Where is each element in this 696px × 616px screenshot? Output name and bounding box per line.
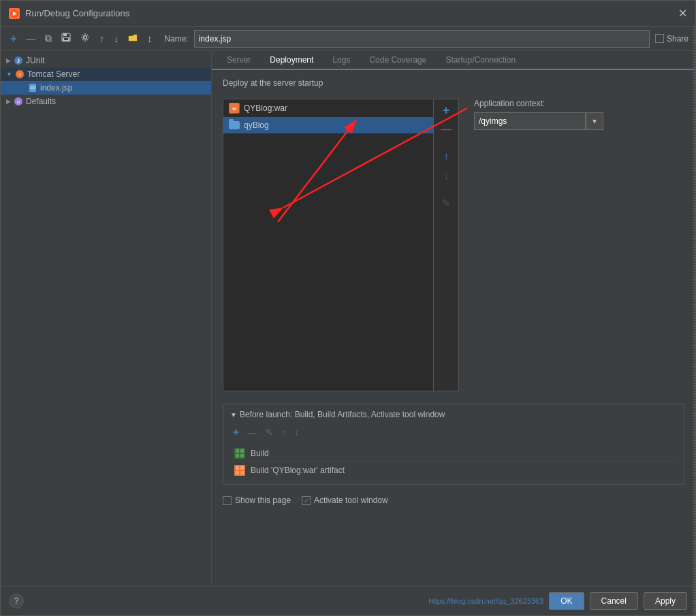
before-launch-add-button[interactable]: + [230,425,242,440]
deploy-move-up-button[interactable]: ↑ [438,148,454,165]
share-label: Share [667,34,689,44]
deploy-item-name-folder: qyBlog [244,120,269,130]
tab-logs[interactable]: Logs [323,51,360,70]
deploy-section-label: Deploy at the server startup [223,78,684,88]
launch-item-label-artifact: Build 'QYBlog:war' artifact [251,466,345,475]
sidebar: ▶ J JUnit ▼ T Tomcat Server [1,51,212,586]
app-context-dropdown-button[interactable]: ▾ [586,112,603,130]
svg-line-18 [278,120,356,222]
svg-text:D: D [17,100,20,104]
deploy-area: W QYBlog:war qyBlog [223,99,684,391]
main-panel: Server Deployment Logs Code Coverage Sta… [212,51,695,586]
sidebar-item-index-jsp[interactable]: JSP index.jsp [1,81,211,95]
show-page-checkbox-item: Show this page [223,496,291,505]
deploy-move-down-button[interactable]: ↓ [438,167,454,184]
save-config-button[interactable] [59,31,74,46]
show-page-label: Show this page [235,496,291,505]
deploy-add-button[interactable]: + [438,102,454,118]
show-page-checkbox[interactable] [223,496,232,505]
activate-tool-checkbox-item: Activate tool window [302,496,388,505]
url-hint: https://blog.csdn.net/qq_32623363 [428,597,543,605]
tab-startup-connection[interactable]: Startup/Connection [436,51,525,70]
run-debug-dialog: Run/Debug Configurations ✕ + — ⧉ ↑ ↓ [0,0,696,616]
svg-rect-24 [236,454,239,457]
folder-icon [229,121,240,129]
deploy-list-wrapper: W QYBlog:war qyBlog [223,99,459,391]
dialog-title: Run/Debug Configurations [25,8,129,18]
move-up-button[interactable]: ↑ [97,32,107,46]
junit-arrow: ▶ [6,57,11,64]
name-input[interactable] [194,30,650,48]
svg-rect-28 [240,466,244,470]
before-launch-remove-button[interactable]: — [244,425,259,440]
remove-config-button[interactable]: — [23,32,38,46]
svg-text:JSP: JSP [29,86,36,90]
before-launch-edit-button[interactable]: ✎ [262,425,276,440]
before-launch-move-down-button[interactable]: ↓ [291,425,302,440]
app-context-label: Application context: [474,99,603,108]
before-launch-section: ▼ Before launch: Build, Build Artifacts,… [223,404,684,485]
defaults-icon: D [14,97,23,106]
deploy-item-qyblog-war[interactable]: W QYBlog:war [223,99,433,117]
deploy-remove-button[interactable]: — [438,121,454,137]
arrows-overlay [223,99,433,391]
build-icon [234,448,245,459]
share-checkbox[interactable] [655,34,664,43]
close-button[interactable]: ✕ [678,7,687,20]
cancel-button[interactable]: Cancel [590,592,638,610]
tab-deployment[interactable]: Deployment [260,51,323,70]
checkboxes-row: Show this page Activate tool window [223,491,684,509]
app-context-input[interactable] [474,112,586,130]
before-launch-title: Before launch: Build, Build Artifacts, A… [240,410,445,419]
svg-text:T: T [18,73,21,77]
title-bar: Run/Debug Configurations ✕ [1,1,695,27]
activate-tool-label: Activate tool window [314,496,388,505]
dialog-icon [9,8,20,19]
before-launch-arrow: ▼ [230,411,237,419]
deploy-edit-button[interactable]: ✎ [438,195,454,211]
svg-rect-27 [236,466,239,470]
sidebar-item-label-index-jsp: index.jsp [40,83,72,93]
sort-button[interactable]: ↕ [144,32,155,46]
launch-item-build-artifact[interactable]: Build 'QYBlog:war' artifact [230,462,677,479]
move-down-button[interactable]: ↓ [111,32,121,46]
sidebar-item-tomcat[interactable]: ▼ T Tomcat Server [1,67,211,81]
apply-button[interactable]: Apply [644,592,687,610]
copy-config-button[interactable]: ⧉ [42,31,54,46]
deployment-panel: Deploy at the server startup W [212,70,695,586]
build-artifact-icon [234,465,245,476]
svg-rect-30 [240,471,244,474]
content-area: ▶ J JUnit ▼ T Tomcat Server [1,51,695,586]
add-config-button[interactable]: + [7,31,19,46]
tomcat-icon: T [15,69,25,79]
tabs: Server Deployment Logs Code Coverage Sta… [212,51,695,70]
folder-button[interactable] [125,32,140,46]
tab-server[interactable]: Server [217,51,260,70]
svg-rect-23 [240,449,244,453]
jsp-icon: JSP [28,83,37,93]
tomcat-arrow: ▼ [6,71,12,78]
svg-point-6 [84,36,87,39]
settings-button[interactable] [78,31,93,46]
sidebar-item-label-defaults: Defaults [26,97,56,106]
launch-item-build[interactable]: Build [230,445,677,462]
svg-rect-22 [236,449,239,453]
svg-rect-25 [240,454,244,457]
name-label: Name: [164,34,188,44]
tab-code-coverage[interactable]: Code Coverage [360,51,436,70]
sidebar-item-defaults[interactable]: ▶ D Defaults [1,95,211,108]
sidebar-item-label-tomcat: Tomcat Server [27,69,80,79]
deploy-item-qyblog[interactable]: qyBlog [223,117,433,133]
app-context-panel: Application context: ▾ [467,99,603,130]
before-launch-move-up-button[interactable]: ↑ [279,425,289,440]
svg-text:J: J [17,59,20,63]
deploy-list-container: W QYBlog:war qyBlog [223,99,434,391]
toolbar: + — ⧉ ↑ ↓ ↕ Name: [1,27,695,51]
activate-tool-checkbox[interactable] [302,496,311,505]
help-button[interactable]: ? [9,594,24,609]
svg-text:W: W [232,107,236,111]
defaults-arrow: ▶ [6,98,11,105]
ok-button[interactable]: OK [549,592,584,610]
deploy-buttons: + — ↑ ↓ ✎ [434,99,459,391]
sidebar-item-junit[interactable]: ▶ J JUnit [1,54,211,67]
